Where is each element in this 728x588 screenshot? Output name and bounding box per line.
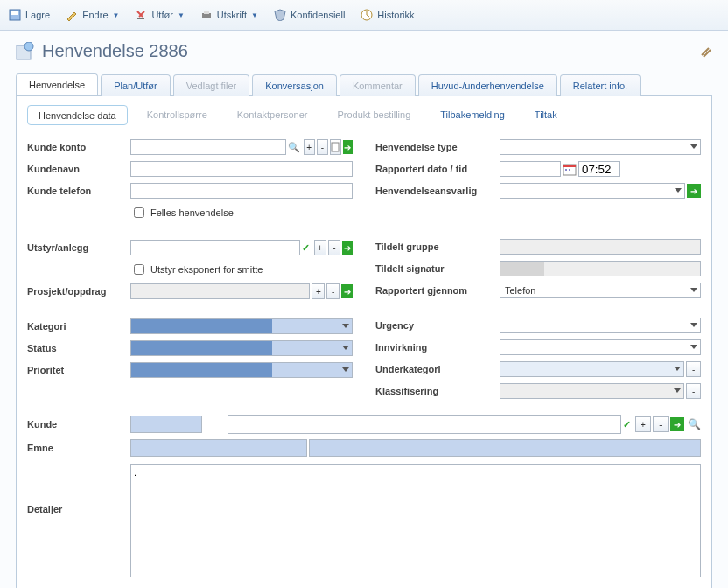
emne-input[interactable] bbox=[309, 439, 701, 457]
rapportert-dato-input[interactable] bbox=[500, 161, 561, 177]
save-button[interactable]: Lagre bbox=[9, 9, 50, 21]
label-prosjekt: Prosjekt/oppdrag bbox=[27, 286, 130, 297]
urgency-select[interactable] bbox=[500, 318, 701, 333]
klassifisering-select[interactable] bbox=[500, 383, 684, 399]
go-button[interactable]: ➔ bbox=[342, 241, 353, 255]
label-kunde-telefon: Kunde telefon bbox=[27, 186, 130, 196]
utstyr-smitte-label: Utstyr eksponert for smitte bbox=[150, 264, 262, 275]
page-title: Henvendelse 2886 bbox=[16, 41, 188, 61]
edit-label: Endre bbox=[82, 10, 108, 20]
label-henvendelseansvarlig: Henvendelseansvarlig bbox=[375, 186, 500, 196]
kunde-segment bbox=[130, 416, 202, 433]
prioritet-select[interactable] bbox=[130, 362, 353, 378]
settings-icon[interactable] bbox=[698, 45, 712, 59]
label-tildelt-signatur: Tildelt signatur bbox=[375, 263, 500, 274]
label-kundenavn: Kundenavn bbox=[27, 164, 130, 174]
go-button[interactable]: ➔ bbox=[670, 417, 684, 431]
svg-point-6 bbox=[24, 42, 33, 51]
print-icon bbox=[200, 9, 213, 21]
add-button[interactable]: + bbox=[312, 284, 325, 299]
svg-rect-11 bbox=[569, 169, 570, 171]
label-rapportert-dato: Rapportert dato / tid bbox=[375, 164, 500, 174]
remove-button[interactable]: - bbox=[317, 139, 328, 155]
clock-icon bbox=[360, 9, 373, 21]
add-button[interactable]: + bbox=[304, 139, 315, 155]
tildelt-gruppe-input bbox=[500, 239, 701, 255]
label-kategori: Kategori bbox=[27, 321, 130, 332]
kategori-select[interactable] bbox=[130, 318, 353, 334]
execute-button[interactable]: Utfør ▼ bbox=[135, 9, 184, 21]
label-emne: Emne bbox=[27, 443, 130, 453]
felles-label: Felles henvendelse bbox=[150, 207, 234, 218]
save-label: Lagre bbox=[25, 10, 50, 20]
confidential-button[interactable]: Konfidensiell bbox=[274, 9, 345, 21]
innvirkning-select[interactable] bbox=[500, 340, 701, 355]
label-underkategori: Underkategori bbox=[375, 364, 500, 374]
subtab-produkt-bestilling[interactable]: Produkt bestilling bbox=[326, 105, 421, 125]
detaljer-textarea[interactable] bbox=[130, 464, 701, 578]
kunde-telefon-input[interactable] bbox=[130, 183, 353, 199]
subtab-kontrollsporre[interactable]: Kontrollspørre bbox=[136, 105, 218, 125]
chevron-down-icon: ▼ bbox=[251, 11, 258, 19]
label-urgency: Urgency bbox=[375, 320, 500, 331]
check-icon: ✓ bbox=[623, 419, 631, 430]
print-button[interactable]: Utskrift ▼ bbox=[200, 9, 258, 21]
tab-plan-utfor[interactable]: Plan/Utfør bbox=[101, 74, 171, 96]
henvendelse-type-select[interactable] bbox=[500, 139, 701, 155]
henvendelseansvarlig-select[interactable] bbox=[500, 183, 685, 199]
label-innvirkning: Innvirkning bbox=[375, 342, 500, 353]
zoom-icon[interactable]: 🔍 bbox=[688, 418, 701, 430]
kunde-konto-input[interactable] bbox=[130, 139, 286, 155]
subtab-henvendelse-data[interactable]: Henvendelse data bbox=[27, 105, 128, 125]
svg-rect-1 bbox=[11, 10, 18, 15]
label-kunde-konto: Kunde konto bbox=[27, 142, 130, 152]
remove-button[interactable]: - bbox=[328, 240, 340, 256]
prosjekt-input[interactable] bbox=[130, 284, 310, 299]
underkategori-select[interactable] bbox=[500, 361, 684, 377]
search-icon[interactable]: 🔍 bbox=[288, 142, 300, 153]
tab-relatert[interactable]: Relatert info. bbox=[560, 74, 640, 96]
history-button[interactable]: Historikk bbox=[360, 9, 414, 21]
go-button[interactable]: ➔ bbox=[687, 184, 701, 198]
request-icon bbox=[16, 42, 35, 61]
remove-button[interactable]: - bbox=[653, 416, 668, 432]
tab-henvendelse[interactable]: Henvendelse bbox=[16, 74, 98, 95]
calendar-icon[interactable] bbox=[563, 162, 577, 176]
subtab-kontaktpersoner[interactable]: Kontaktpersoner bbox=[227, 105, 318, 125]
kunde-input[interactable] bbox=[228, 415, 621, 434]
remove-button[interactable]: - bbox=[686, 361, 701, 377]
label-utstyr-anlegg: Utstyr/anlegg bbox=[27, 242, 130, 253]
edit-button[interactable]: Endre ▼ bbox=[66, 9, 119, 21]
label-rapportert-gjennom: Rapportert gjennom bbox=[375, 285, 500, 296]
remove-button[interactable]: - bbox=[686, 383, 701, 399]
felles-checkbox[interactable] bbox=[134, 207, 144, 218]
kundenavn-input[interactable] bbox=[130, 161, 353, 177]
pencil-icon bbox=[66, 9, 78, 21]
svg-rect-3 bbox=[204, 10, 209, 14]
add-button[interactable]: + bbox=[314, 240, 326, 256]
right-column: Henvendelse type Rapportert dato / tid H… bbox=[375, 139, 701, 399]
shield-icon bbox=[274, 9, 286, 21]
utstyr-smitte-checkbox[interactable] bbox=[134, 264, 144, 275]
go-button[interactable]: ➔ bbox=[341, 284, 353, 298]
tab-konversasjon[interactable]: Konversasjon bbox=[252, 74, 337, 96]
subtab-tiltak[interactable]: Tiltak bbox=[524, 105, 568, 125]
go-button[interactable]: ➔ bbox=[343, 140, 353, 154]
history-label: Historikk bbox=[377, 10, 414, 20]
subtab-tilbakemelding[interactable]: Tilbakemelding bbox=[430, 105, 515, 125]
chevron-down-icon: ▼ bbox=[178, 11, 185, 19]
utstyr-anlegg-input[interactable] bbox=[130, 240, 300, 256]
print-label: Utskrift bbox=[217, 10, 247, 20]
rapportert-gjennom-select[interactable]: Telefon bbox=[500, 283, 701, 298]
tab-kommentar[interactable]: Kommentar bbox=[340, 74, 416, 96]
rapportert-tid-input[interactable] bbox=[578, 161, 620, 177]
label-detaljer: Detaljer bbox=[27, 504, 130, 514]
svg-rect-7 bbox=[332, 143, 339, 151]
status-select[interactable] bbox=[130, 340, 353, 356]
tab-vedlagt-filer[interactable]: Vedlagt filer bbox=[173, 74, 249, 96]
remove-button[interactable]: - bbox=[326, 284, 340, 299]
add-button[interactable]: + bbox=[635, 416, 651, 432]
check-icon: ✓ bbox=[302, 242, 310, 254]
tab-huvud-under[interactable]: Huvud-/underhenvendelse bbox=[418, 74, 557, 96]
doc-button[interactable] bbox=[330, 139, 341, 155]
